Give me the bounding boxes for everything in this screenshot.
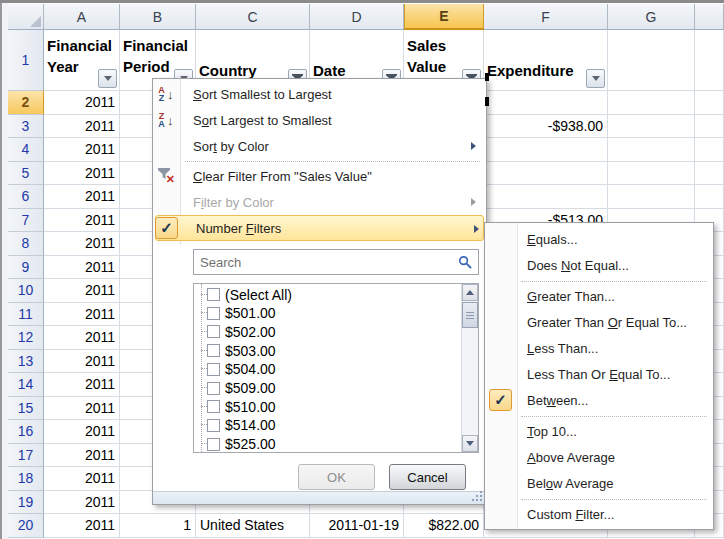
menu-item-clear-filter-from-sales-value[interactable]: Clear Filter From "Sales Value" [153, 163, 486, 189]
checkbox-unchecked[interactable] [207, 400, 220, 413]
row-header-4[interactable]: 4 [8, 138, 44, 162]
column-header-G[interactable]: G [608, 4, 695, 30]
list-item-503-00[interactable]: $503.00 [194, 341, 461, 360]
menu-item-custom-filter[interactable]: Custom Filter... [485, 501, 713, 527]
list-item-509-00[interactable]: $509.00 [194, 379, 461, 398]
menu-item-greater-than-or-equal-to[interactable]: Greater Than Or Equal To... [485, 309, 713, 335]
list-item-select-all[interactable]: (Select All) [194, 285, 461, 304]
menu-item-between[interactable]: Between... [485, 387, 713, 413]
cell-G6[interactable] [608, 185, 695, 209]
cell-A18[interactable]: 2011 [44, 467, 120, 491]
cell-A4[interactable]: 2011 [44, 138, 120, 162]
select-all-corner[interactable] [8, 4, 44, 30]
checkbox-unchecked[interactable] [207, 325, 220, 338]
row-header-2[interactable]: 2 [8, 91, 44, 115]
row-header-20[interactable]: 20 [8, 514, 44, 538]
column-header-partial[interactable] [695, 4, 724, 30]
column-header-B[interactable]: B [120, 4, 196, 30]
column-header-C[interactable]: C [196, 4, 310, 30]
menu-item-does-not-equal[interactable]: Does Not Equal... [485, 252, 713, 278]
column-header-F[interactable]: F [484, 4, 608, 30]
cell-A19[interactable]: 2011 [44, 491, 120, 515]
list-item-504-00[interactable]: $504.00 [194, 360, 461, 379]
cell-A9[interactable]: 2011 [44, 256, 120, 280]
header-cell-G[interactable] [608, 30, 695, 91]
checkbox-unchecked[interactable] [207, 344, 220, 357]
menu-resize-strip[interactable] [153, 491, 486, 504]
scroll-thumb[interactable] [462, 302, 478, 328]
row-header-8[interactable]: 8 [8, 232, 44, 256]
cell-A16[interactable]: 2011 [44, 420, 120, 444]
checkbox-unchecked[interactable] [207, 438, 220, 451]
menu-item-less-than[interactable]: Less Than... [485, 335, 713, 361]
cell-A8[interactable]: 2011 [44, 232, 120, 256]
row-header-16[interactable]: 16 [8, 420, 44, 444]
row-header-19[interactable]: 19 [8, 491, 44, 515]
cell-E20[interactable]: $822.00 [404, 514, 484, 538]
row-header-5[interactable]: 5 [8, 162, 44, 186]
cell-A6[interactable]: 2011 [44, 185, 120, 209]
filter-button-A[interactable] [98, 69, 117, 88]
cell-G3[interactable] [608, 115, 695, 139]
search-box[interactable] [193, 249, 479, 275]
cell-A3[interactable]: 2011 [44, 115, 120, 139]
checkbox-unchecked[interactable] [207, 363, 220, 376]
row-header-6[interactable]: 6 [8, 185, 44, 209]
cell-A2[interactable]: 2011 [44, 91, 120, 115]
scroll-up-button[interactable] [462, 284, 478, 301]
menu-item-above-average[interactable]: Above Average [485, 444, 713, 470]
row-header-10[interactable]: 10 [8, 279, 44, 303]
cell-A17[interactable]: 2011 [44, 444, 120, 468]
checkbox-unchecked[interactable] [207, 419, 220, 432]
cell-F3[interactable]: -$938.00 [484, 115, 608, 139]
cell-X2[interactable] [695, 91, 724, 115]
list-item-510-00[interactable]: $510.00 [194, 397, 461, 416]
cell-A13[interactable]: 2011 [44, 350, 120, 374]
column-header-D[interactable]: D [310, 4, 404, 30]
cell-B20[interactable]: 1 [120, 514, 196, 538]
cell-A5[interactable]: 2011 [44, 162, 120, 186]
row-header-11[interactable]: 11 [8, 303, 44, 327]
list-item-525-00[interactable]: $525.00 [194, 435, 461, 453]
cell-A14[interactable]: 2011 [44, 373, 120, 397]
cell-F2[interactable] [484, 91, 608, 115]
list-item-501-00[interactable]: $501.00 [194, 304, 461, 323]
column-header-E[interactable]: E [404, 4, 484, 30]
filter-button-F[interactable] [586, 69, 605, 88]
row-header-3[interactable]: 3 [8, 115, 44, 139]
menu-item-filter-by-color[interactable]: Filter by Color [153, 189, 486, 215]
cell-F4[interactable] [484, 138, 608, 162]
row-header-15[interactable]: 15 [8, 397, 44, 421]
cell-G5[interactable] [608, 162, 695, 186]
cell-A20[interactable]: 2011 [44, 514, 120, 538]
cell-A11[interactable]: 2011 [44, 303, 120, 327]
cell-D20[interactable]: 2011-01-19 [310, 514, 404, 538]
row-header-1[interactable]: 1 [8, 30, 44, 91]
cell-G2[interactable] [608, 91, 695, 115]
checkbox-unchecked[interactable] [207, 382, 220, 395]
menu-item-sort-largest-to-smallest[interactable]: Sort Largest to Smallest [153, 107, 486, 133]
menu-item-number-filters[interactable]: Number Filters [155, 215, 484, 241]
row-header-18[interactable]: 18 [8, 467, 44, 491]
cell-X6[interactable] [695, 185, 724, 209]
cell-F6[interactable] [484, 185, 608, 209]
menu-item-below-average[interactable]: Below Average [485, 470, 713, 496]
search-input[interactable] [194, 250, 478, 274]
cell-A15[interactable]: 2011 [44, 397, 120, 421]
header-cell-X[interactable] [695, 30, 724, 91]
menu-item-sort-by-color[interactable]: Sort by Color [153, 133, 486, 159]
cell-F5[interactable] [484, 162, 608, 186]
row-header-17[interactable]: 17 [8, 444, 44, 468]
scroll-down-button[interactable] [462, 435, 478, 452]
row-header-12[interactable]: 12 [8, 326, 44, 350]
row-header-7[interactable]: 7 [8, 209, 44, 233]
row-header-13[interactable]: 13 [8, 350, 44, 374]
cell-C20[interactable]: United States [196, 514, 310, 538]
ok-button[interactable]: OK [298, 464, 375, 490]
column-header-A[interactable]: A [44, 4, 120, 30]
menu-item-equals[interactable]: Equals... [485, 226, 713, 252]
row-header-14[interactable]: 14 [8, 373, 44, 397]
list-scrollbar[interactable] [461, 284, 478, 452]
cancel-button[interactable]: Cancel [389, 464, 466, 490]
cell-X3[interactable] [695, 115, 724, 139]
